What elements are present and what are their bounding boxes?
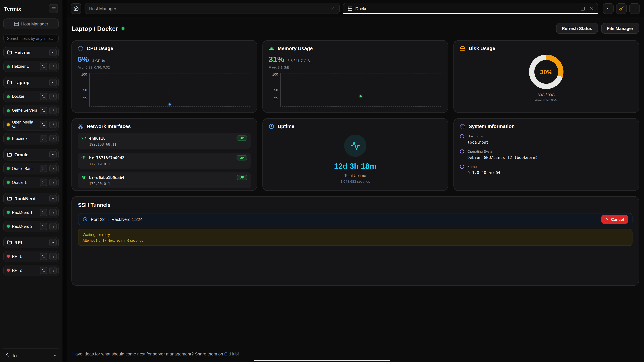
chevron-down-icon — [51, 240, 55, 245]
disk-available-text: Available: 65G — [535, 98, 558, 102]
system-item-value: 6.1.0-40-amd64 — [468, 170, 633, 175]
host-item-oracle-sam[interactable]: Oracle Sam — [3, 163, 59, 174]
memory-percent: 31% — [269, 55, 284, 64]
retry-detail: Attempt 1 of 3 • Next retry in 9 seconds — [82, 239, 628, 243]
kebab-menu-button[interactable] — [49, 121, 57, 128]
host-manager-button[interactable]: Host Manager — [3, 18, 59, 29]
kebab-menu-button[interactable] — [49, 223, 57, 230]
key-icon — [619, 6, 624, 11]
close-icon[interactable] — [589, 6, 594, 11]
close-icon — [605, 217, 609, 221]
tab-host-manager[interactable]: Host Manager — [84, 3, 340, 14]
kebab-menu-button[interactable] — [49, 253, 57, 260]
system-item: Kernel 6.1.0-40-amd64 — [460, 164, 633, 175]
kebab-menu-button[interactable] — [49, 63, 57, 70]
host-item-oracle-1[interactable]: Oracle 1 — [3, 177, 59, 188]
terminal-button[interactable] — [40, 267, 47, 274]
y-tick: 100 — [81, 72, 87, 76]
user-menu[interactable]: test — [3, 352, 59, 359]
terminal-button[interactable] — [40, 121, 47, 128]
host-item-racknerd-1[interactable]: RackNerd 1 — [3, 207, 59, 218]
card-title: Uptime — [278, 123, 294, 129]
host-item-docker[interactable]: Docker — [3, 91, 59, 102]
terminal-button[interactable] — [40, 63, 47, 70]
host-item-proxmox[interactable]: Proxmox — [3, 133, 59, 144]
host-item-racknerd-2[interactable]: RackNerd 2 — [3, 221, 59, 232]
y-tick: 25 — [274, 96, 278, 100]
folder-name: Oracle — [14, 152, 47, 157]
sidebar-menu-button[interactable] — [49, 4, 58, 13]
cancel-label: Cancel — [611, 217, 624, 221]
kebab-menu-button[interactable] — [49, 165, 57, 172]
kebab-menu-button[interactable] — [49, 135, 57, 142]
cpu-load-avg: Avg: 0.33, 0.36, 0.32 — [78, 65, 251, 69]
cancel-tunnel-button[interactable]: Cancel — [601, 215, 628, 223]
ssh-tunnels-card: SSH Tunnels Port 22 → RackNerd 1:224 Can… — [72, 196, 639, 286]
close-icon[interactable] — [330, 6, 335, 11]
host-item-game-servers[interactable]: Game Servers — [3, 105, 59, 116]
folder-header-rpi[interactable]: RPI — [3, 237, 59, 248]
terminal-button[interactable] — [40, 107, 47, 114]
collapse-group-button[interactable] — [49, 49, 57, 56]
terminal-button[interactable] — [40, 179, 47, 186]
kebab-menu-button[interactable] — [49, 93, 57, 100]
interface-ip: 172.20.0.1 — [89, 182, 247, 186]
ssh-keys-button[interactable] — [616, 3, 627, 14]
folder-header-oracle[interactable]: Oracle — [3, 149, 59, 160]
refresh-status-button[interactable]: Refresh Status — [556, 23, 598, 34]
page-actions: Refresh Status File Manager — [556, 23, 639, 34]
terminal-button[interactable] — [40, 209, 47, 216]
kebab-icon — [51, 136, 55, 141]
chevron-up-button[interactable] — [629, 3, 640, 14]
ssh-tunnels-title: SSH Tunnels — [78, 202, 632, 208]
terminal-button[interactable] — [40, 165, 47, 172]
collapse-group-button[interactable] — [49, 239, 57, 246]
folder-header-hetzner[interactable]: Hetzner — [3, 47, 59, 58]
app-root: Termix Host Manager Hetzner Hetzner 1 — [0, 0, 644, 362]
network-interfaces-card: Network Interfaces enp6s18 UP 192.168.68… — [72, 118, 257, 191]
terminal-icon — [42, 268, 46, 272]
collapse-group-button[interactable] — [49, 79, 57, 86]
collapse-group-button[interactable] — [49, 151, 57, 158]
folder-header-racknerd[interactable]: RackNerd — [3, 193, 59, 204]
cpu-icon — [78, 45, 83, 51]
host-name: Oracle 1 — [12, 180, 38, 185]
kebab-menu-button[interactable] — [49, 267, 57, 274]
host-item-hetzner-1[interactable]: Hetzner 1 — [3, 61, 59, 72]
file-manager-button[interactable]: File Manager — [601, 23, 639, 34]
card-header: Network Interfaces — [78, 123, 251, 129]
uptime-value: 12d 3h 18m — [334, 162, 376, 171]
disk-donut-chart: 30% — [529, 55, 564, 89]
folder-header-laptop[interactable]: Laptop — [3, 77, 59, 88]
status-dot — [122, 27, 124, 30]
system-item-label: Hostname — [468, 134, 483, 138]
home-button[interactable] — [70, 3, 81, 14]
folder-icon — [7, 196, 12, 201]
terminal-button[interactable] — [40, 223, 47, 230]
kebab-menu-button[interactable] — [49, 179, 57, 186]
y-tick: 25 — [83, 96, 87, 100]
chevron-down-button[interactable] — [603, 3, 614, 14]
host-groups: Hetzner Hetzner 1 Laptop — [3, 42, 59, 276]
host-search-input[interactable] — [3, 34, 59, 42]
memory-free: Free: 8.1 GiB — [269, 65, 442, 69]
terminal-icon — [42, 180, 46, 185]
split-view-icon[interactable] — [580, 6, 585, 11]
host-item-rpi-1[interactable]: RPI 1 — [3, 251, 59, 262]
host-item-rpi-2[interactable]: RPI 2 — [3, 265, 59, 276]
host-item-open-media-vault[interactable]: Open Media Vault — [3, 119, 59, 130]
kebab-icon — [51, 254, 55, 259]
tab-docker[interactable]: Docker — [343, 3, 598, 14]
terminal-button[interactable] — [40, 253, 47, 260]
host-name: RPI 2 — [12, 268, 38, 273]
github-link[interactable]: GitHub! — [224, 351, 239, 356]
kebab-menu-button[interactable] — [49, 107, 57, 114]
disk-icon — [460, 45, 465, 51]
kebab-menu-button[interactable] — [49, 209, 57, 216]
terminal-button[interactable] — [40, 135, 47, 142]
y-tick: 50 — [83, 88, 87, 92]
collapse-group-button[interactable] — [49, 195, 57, 202]
terminal-button[interactable] — [40, 93, 47, 100]
info-icon — [460, 149, 464, 154]
cpu-count: 4 CPUs — [92, 59, 105, 63]
